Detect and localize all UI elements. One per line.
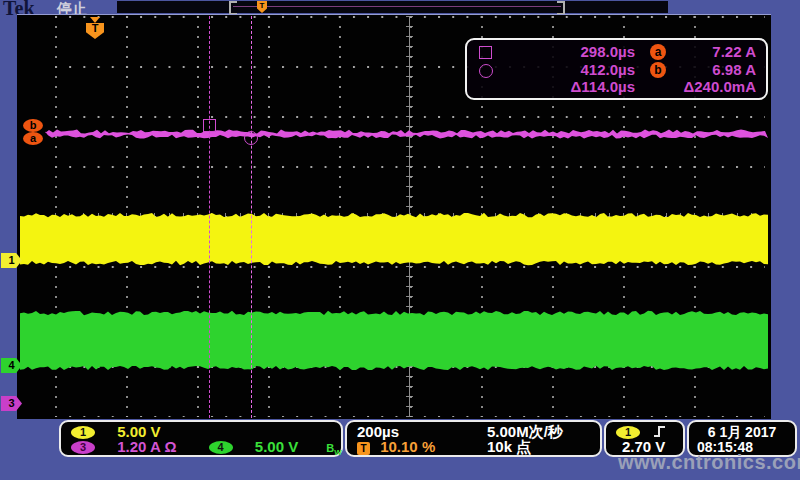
cursor-a-edge-badge: a [23,132,43,145]
cursor-b-time: 412.0µs [513,61,635,78]
trigger-position-percent: 10.10 % [380,438,435,455]
cursor-b-line [251,16,252,418]
ch4-scale: 5.00 V [255,438,298,455]
cursor-b-value: 6.98 A [681,61,756,78]
date: 6 1月 2017 [689,424,795,440]
record-trigger-marker-icon: T [257,1,267,13]
record-window-right-bracket [557,1,565,15]
channel-readout-box: 1 5.00 V 3 1.20 A Ω 4 5.00 V BW [59,420,343,457]
record-line [233,6,561,7]
cursor-delta-value: Δ240.0mA [681,78,756,95]
ch4-badge: 4 [209,441,233,454]
ch1-badge: 1 [71,426,95,439]
record-length: 10k 点 [487,439,531,455]
cursor-readout-box: 298.0µs a 7.22 A 412.0µs b 6.98 A Δ114.0… [465,38,768,100]
watermark: www.cntronics.com [618,451,800,474]
ch3-scale: 1.20 A Ω [117,438,176,455]
trigger-position-caret-icon [90,17,100,23]
cursor-b-badge: b [635,60,681,78]
bandwidth-limit-icon: BW [326,442,342,454]
record-view-bar: T [117,1,668,13]
oscilloscope-screen: Tek 停止 T T b a 1 4 3 298.0µs a 7.22 A 41… [0,0,800,480]
trigger-position-icon: T [357,442,370,455]
cursor-square-marker-icon [203,119,216,132]
circle-cursor-icon [479,60,513,77]
cursor-a-line [209,16,210,418]
record-window-left-bracket [229,1,237,15]
cursor-delta-time: Δ114.0µs [513,78,635,95]
horizontal-readout-box: 200µs 5.00M次/秒 T 10.10 % 10k 点 [345,420,602,457]
square-cursor-icon [479,43,513,60]
cursor-a-time: 298.0µs [513,43,635,60]
cursor-b-edge-badge: b [23,119,43,132]
ch3-badge: 3 [71,441,95,454]
trigger-slope-rising-icon [652,424,667,439]
cursor-circle-marker-icon [244,131,258,145]
cursor-a-badge: a [635,42,681,60]
cursor-a-value: 7.22 A [681,43,756,60]
